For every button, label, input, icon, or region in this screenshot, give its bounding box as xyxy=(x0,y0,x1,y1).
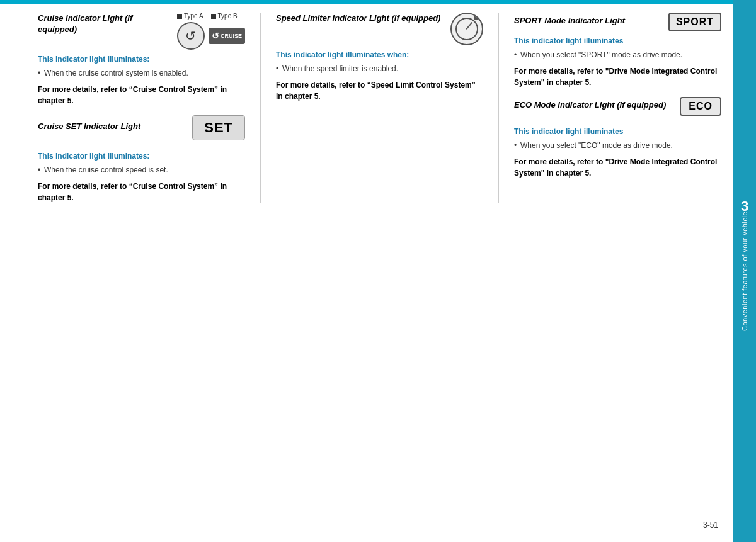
eco-bullet-1: When you select "ECO" mode as drive mode… xyxy=(514,140,721,151)
sidebar-label: Convenient features of your vehicle xyxy=(741,212,748,331)
sport-mode-section: SPORT Mode Indicator Light SPORT This in… xyxy=(514,13,721,88)
eco-mode-title: ECO Mode Indicator Light (if equipped) xyxy=(514,99,673,111)
type-b-dot xyxy=(211,14,216,19)
eco-badge: ECO xyxy=(680,97,721,116)
cruise-badge-text: CRUISE xyxy=(220,33,242,39)
speed-gauge-dot xyxy=(474,16,478,20)
right-sidebar: 3 Convenient features of your vehicle xyxy=(733,0,756,542)
speed-limiter-section: Speed Limiter Indicator Light (if equipp… xyxy=(276,13,483,102)
sport-more-details: For more details, refer to "Drive Mode I… xyxy=(514,65,721,88)
sport-badge: SPORT xyxy=(668,13,721,31)
type-a-label: Type A xyxy=(177,13,203,20)
column-1: Cruise Indicator Light (if equipped) Typ… xyxy=(38,13,245,203)
set-badge: SET xyxy=(192,115,245,140)
eco-mode-section: ECO Mode Indicator Light (if equipped) E… xyxy=(514,97,721,179)
cruise-set-more-details: For more details, refer to “Cruise Contr… xyxy=(38,181,245,203)
speed-illuminates-label: This indicator light illuminates when: xyxy=(276,50,483,59)
cruise-set-illuminates-label: This indicator light illuminates: xyxy=(38,152,245,161)
eco-more-details: For more details, refer to "Drive Mode I… xyxy=(514,156,721,179)
cruise-indicator-section: Cruise Indicator Light (if equipped) Typ… xyxy=(38,13,245,106)
eco-illuminates-label: This indicator light illuminates xyxy=(514,127,721,136)
cruise-badge-type-b: ↺ CRUISE xyxy=(209,28,245,44)
column-3: SPORT Mode Indicator Light SPORT This in… xyxy=(514,13,721,203)
top-bar xyxy=(0,0,756,4)
cruise-indicator-title: Cruise Indicator Light (if equipped) xyxy=(38,13,171,35)
speed-limiter-title: Speed Limiter Indicator Light (if equipp… xyxy=(276,13,444,24)
cruise-arrow-icon: ↺ xyxy=(185,28,196,43)
col-divider-1 xyxy=(260,13,261,203)
type-b-label: Type B xyxy=(211,13,238,20)
speed-more-details: For more details, refer to “Speed Limit … xyxy=(276,79,483,102)
sport-bullet-1: When you select "SPORT" mode as drive mo… xyxy=(514,49,721,60)
type-a-dot xyxy=(177,14,182,19)
sport-mode-title: SPORT Mode Indicator Light xyxy=(514,15,662,26)
cruise-set-title: Cruise SET Indicator Light xyxy=(38,121,186,132)
main-content: Cruise Indicator Light (if equipped) Typ… xyxy=(38,13,721,517)
cruise-bullet-1: When the cruise control system is enable… xyxy=(38,67,245,79)
cruise-set-section: Cruise SET Indicator Light SET This indi… xyxy=(38,115,245,203)
column-2: Speed Limiter Indicator Light (if equipp… xyxy=(276,13,483,203)
columns-container: Cruise Indicator Light (if equipped) Typ… xyxy=(38,13,721,203)
speed-limiter-icon xyxy=(450,13,483,45)
speed-bullet-1: When the speed limiter is enabled. xyxy=(276,63,483,74)
cruise-illuminates-label: This indicator light illuminates: xyxy=(38,55,245,64)
cruise-icon-type-a: ↺ xyxy=(177,22,205,50)
sport-illuminates-label: This indicator light illuminates xyxy=(514,37,721,45)
cruise-set-bullet-1: When the cruise control speed is set. xyxy=(38,164,245,176)
col-divider-2 xyxy=(498,13,499,203)
cruise-more-details: For more details, refer to “Cruise Contr… xyxy=(38,84,245,106)
cruise-icon-b: ↺ xyxy=(212,31,219,41)
type-labels: Type A Type B xyxy=(177,13,245,20)
page-number: 3-51 xyxy=(703,521,718,529)
